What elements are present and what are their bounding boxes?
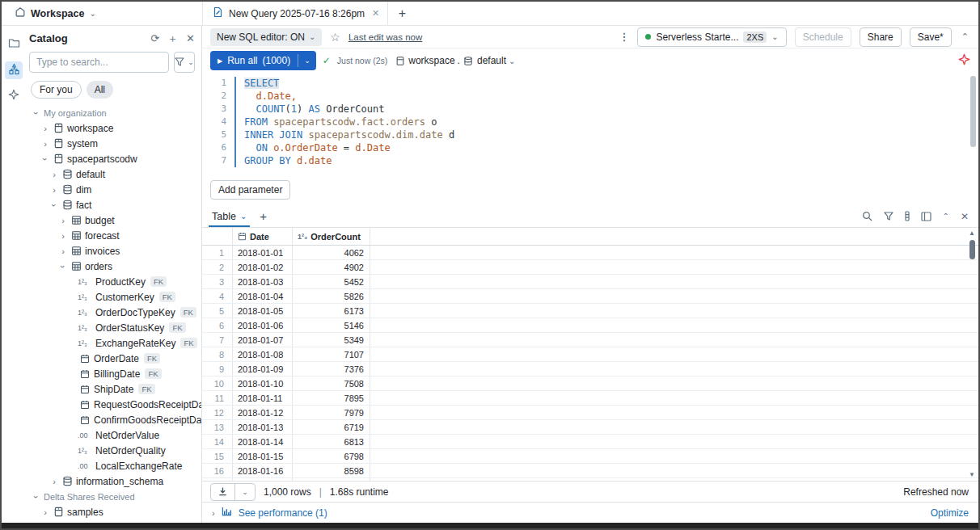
chevron-right-icon[interactable]: › xyxy=(212,508,215,518)
code-line[interactable]: 3 COUNT(1) AS OrderCount xyxy=(202,103,978,116)
column-header-ordercount[interactable]: 1²₃ OrderCount xyxy=(293,228,370,245)
catalog-tree-section[interactable]: ›Delta Shares Received xyxy=(27,489,201,504)
catalog-browser-button[interactable] xyxy=(5,61,23,79)
results-scrollbar[interactable]: ▲ ▼ xyxy=(967,229,977,479)
chevron-down-icon[interactable]: › xyxy=(49,200,59,211)
refresh-icon[interactable]: ⟳ xyxy=(150,33,159,44)
chevron-down-icon[interactable]: › xyxy=(32,107,41,119)
catalog-tree-item[interactable]: ›BillingDateFK xyxy=(27,366,201,381)
filter-results-icon[interactable] xyxy=(884,212,893,221)
kebab-menu-icon[interactable]: ⋮ xyxy=(619,31,629,43)
catalog-tree-item[interactable]: ›orders xyxy=(27,259,201,274)
catalog-tree-item[interactable]: ›ConfirmGoodsReceiptDateFK xyxy=(27,412,201,427)
filter-for-you-pill[interactable]: For you xyxy=(31,81,82,99)
catalog-schema-selector[interactable]: workspace . default ⌄ xyxy=(394,55,515,66)
schedule-button[interactable]: Schedule xyxy=(795,27,851,47)
close-results-icon[interactable]: ✕ xyxy=(961,211,969,222)
scrollbar-thumb[interactable] xyxy=(969,240,975,259)
last-edit-link[interactable]: Last edit was now xyxy=(348,32,422,42)
table-row[interactable]: 12018-01-014062 xyxy=(202,246,978,260)
chevron-right-icon[interactable]: › xyxy=(49,170,60,179)
editor-scrollbar[interactable] xyxy=(970,76,976,147)
table-row[interactable]: 82018-01-087107 xyxy=(202,347,978,362)
new-sql-editor-toggle[interactable]: New SQL editor: ON ⌄ xyxy=(210,28,322,46)
assistant-rail-button[interactable] xyxy=(5,87,23,105)
catalog-tree-item[interactable]: ›spacepartscodw xyxy=(27,151,201,166)
table-row[interactable]: 152018-01-156798 xyxy=(202,449,978,464)
table-row[interactable]: 102018-01-107508 xyxy=(202,376,978,391)
catalog-tree-item[interactable]: ›information_schema xyxy=(27,473,201,489)
assistant-sparkle-icon[interactable] xyxy=(958,53,970,69)
catalog-tree-item[interactable]: ›1²₃OrderStatusKeyFK xyxy=(27,320,201,335)
table-row[interactable]: 52018-01-056173 xyxy=(202,304,978,318)
code-line[interactable]: 4FROM spacepartscodw.fact.orders o xyxy=(202,116,978,128)
table-row[interactable]: 112018-01-117895 xyxy=(202,391,978,406)
share-button[interactable]: Share xyxy=(860,27,902,47)
catalog-tree-item[interactable]: ›1²₃ExchangeRateKeyFK xyxy=(27,335,201,351)
sql-code-editor[interactable]: 1SELECT2 d.Date,3 COUNT(1) AS OrderCount… xyxy=(202,73,978,175)
run-all-button[interactable]: ▶ Run all (1000) ⌄ xyxy=(210,51,316,70)
workspace-browser-button[interactable] xyxy=(5,36,23,53)
catalog-tree-item[interactable]: ›default xyxy=(27,166,201,182)
download-options-caret[interactable]: ⌄ xyxy=(235,484,255,500)
catalog-tree-item[interactable]: ›RequestGoodsReceiptDateFK xyxy=(27,397,201,412)
optimize-link[interactable]: Optimize xyxy=(931,507,969,519)
workspace-switcher[interactable]: Workspace ⌄ xyxy=(2,2,202,25)
code-line[interactable]: 1SELECT xyxy=(202,77,978,90)
catalog-tree-item[interactable]: ›ShipDateFK xyxy=(27,381,201,397)
tab-table[interactable]: Table ⌄ xyxy=(212,205,247,227)
collapse-toolbar-icon[interactable]: ⌃ xyxy=(960,32,970,42)
add-parameter-button[interactable]: Add parameter xyxy=(210,180,290,200)
catalog-tree-item[interactable]: ›system xyxy=(27,136,201,151)
chevron-right-icon[interactable]: › xyxy=(57,231,69,241)
download-split-button[interactable]: ⌄ xyxy=(210,483,256,501)
table-row[interactable]: 132018-01-136719 xyxy=(202,420,978,435)
table-row[interactable]: 62018-01-065146 xyxy=(202,318,978,333)
table-row[interactable]: 172018-01-178917 xyxy=(202,478,978,481)
open-side-panel-icon[interactable] xyxy=(921,212,931,221)
catalog-tree-item[interactable]: ›1²₃ProductKeyFK xyxy=(27,274,201,289)
table-row[interactable]: 32018-01-035452 xyxy=(202,275,978,289)
catalog-tree-item[interactable]: ›1²₃CustomerKeyFK xyxy=(27,289,201,305)
table-row[interactable]: 122018-01-127979 xyxy=(202,406,978,420)
table-row[interactable]: 22018-01-024902 xyxy=(202,260,978,275)
code-line[interactable]: 7GROUP BY d.date xyxy=(202,154,978,167)
table-row[interactable]: 72018-01-075349 xyxy=(202,333,978,347)
chevron-right-icon[interactable]: › xyxy=(49,185,60,195)
favorite-star-icon[interactable]: ☆ xyxy=(330,31,340,44)
catalog-tree-item[interactable]: ›budget xyxy=(27,212,201,228)
close-panel-icon[interactable]: ✕ xyxy=(186,33,195,44)
warehouse-selector-button[interactable]: Serverless Starte... 2XS ⌄ xyxy=(637,27,786,47)
collapse-results-icon[interactable]: ⌃ xyxy=(943,212,949,221)
code-line[interactable]: 6 ON o.OrderDate = d.Date xyxy=(202,141,978,154)
chevron-right-icon[interactable]: › xyxy=(40,507,51,517)
catalog-tree-item[interactable]: ›.00NetOrderValue xyxy=(27,427,201,443)
code-line[interactable]: 5INNER JOIN spacepartscodw.dim.date d xyxy=(202,128,978,141)
catalog-tree-item[interactable]: ›invoices xyxy=(27,243,201,259)
catalog-tree-item[interactable]: ›OrderDateFK xyxy=(27,351,201,366)
see-performance-link[interactable]: See performance (1) xyxy=(239,507,327,519)
download-icon[interactable] xyxy=(211,484,235,500)
table-row[interactable]: 142018-01-146813 xyxy=(202,435,978,449)
catalog-tree-section[interactable]: ›My organization xyxy=(27,105,201,120)
column-header-date[interactable]: Date xyxy=(233,228,293,245)
chevron-down-icon[interactable]: › xyxy=(40,154,50,165)
query-tab[interactable]: New Query 2025-07-16 8:26pm ✕ xyxy=(202,2,388,25)
scroll-down-icon[interactable]: ▼ xyxy=(969,471,975,479)
catalog-filter-button[interactable]: ⌄ xyxy=(174,52,195,73)
add-visualization-button[interactable]: + xyxy=(260,209,267,223)
table-row[interactable]: 92018-01-097376 xyxy=(202,362,978,376)
catalog-tree-item[interactable]: ›samples xyxy=(27,504,201,519)
scroll-up-icon[interactable]: ▲ xyxy=(969,229,975,238)
chevron-down-icon[interactable]: › xyxy=(32,491,41,503)
chevron-right-icon[interactable]: › xyxy=(40,124,51,133)
catalog-search-input[interactable] xyxy=(29,52,169,73)
chevron-right-icon[interactable]: › xyxy=(40,139,51,149)
chevron-right-icon[interactable]: › xyxy=(57,216,69,225)
search-results-icon[interactable] xyxy=(862,211,872,221)
table-row[interactable]: 42018-01-045826 xyxy=(202,289,978,304)
chevron-right-icon[interactable]: › xyxy=(49,477,60,486)
table-row[interactable]: 162018-01-168598 xyxy=(202,464,978,478)
catalog-tree-item[interactable]: ›1²₃NetOrderQuality xyxy=(27,443,201,458)
add-icon[interactable]: ＋ xyxy=(167,33,178,44)
